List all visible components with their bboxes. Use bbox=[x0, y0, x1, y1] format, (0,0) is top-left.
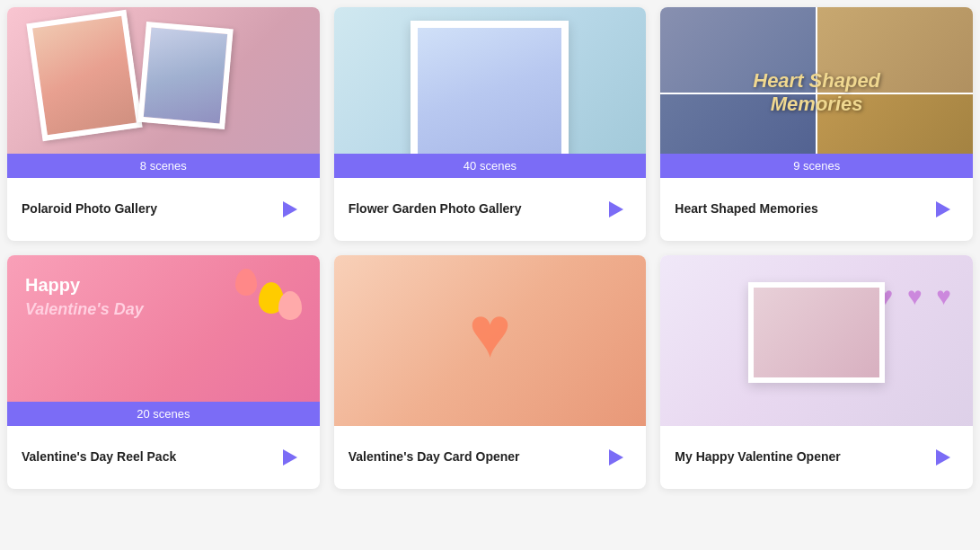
play-icon-flower-garden bbox=[609, 201, 623, 217]
card-title-flower-garden: Flower Garden Photo Gallery bbox=[349, 200, 602, 218]
play-button-polaroid[interactable] bbox=[275, 194, 305, 225]
card-title-happy-val: My Happy Valentine Opener bbox=[675, 448, 928, 466]
scenes-badge-valentine-reel: 20 scenes bbox=[7, 402, 320, 426]
card-heart-shaped: Heart Shaped Memories 9 scenes Heart Sha… bbox=[660, 7, 973, 241]
card-thumb-flower-garden: 40 scenes bbox=[334, 7, 647, 178]
play-button-flower-garden[interactable] bbox=[601, 194, 631, 225]
card-title-heart-shaped: Heart Shaped Memories bbox=[675, 200, 928, 218]
card-info-polaroid: Polaroid Photo Gallery bbox=[7, 178, 320, 241]
valentine-line2: Valentine's Day bbox=[25, 300, 144, 318]
balloon-red bbox=[235, 269, 257, 296]
card-info-card-opener: Valentine's Day Card Opener bbox=[334, 426, 647, 489]
card-thumb-heart-shaped: Heart Shaped Memories 9 scenes bbox=[660, 7, 973, 178]
play-button-valentine-reel[interactable] bbox=[275, 442, 305, 473]
play-icon-valentine-reel bbox=[283, 449, 297, 466]
balloon-pink bbox=[278, 291, 302, 320]
card-thumb-valentine-reel: Happy Valentine's Day 20 scenes bbox=[7, 255, 320, 426]
scenes-badge-polaroid: 8 scenes bbox=[7, 154, 320, 178]
card-title-polaroid: Polaroid Photo Gallery bbox=[22, 200, 275, 218]
play-icon-card-opener bbox=[609, 449, 623, 466]
gallery-grid: 8 scenes Polaroid Photo Gallery 40 scene… bbox=[7, 7, 973, 489]
card-happy-val: My Happy Valentine Opener bbox=[660, 255, 973, 489]
play-button-happy-val[interactable] bbox=[928, 442, 958, 473]
heart-cell-1 bbox=[660, 7, 816, 93]
scenes-badge-heart-shaped: 9 scenes bbox=[660, 154, 973, 178]
play-button-card-opener[interactable] bbox=[601, 442, 631, 473]
card-title-valentine-reel: Valentine's Day Reel Pack bbox=[22, 448, 275, 466]
card-card-opener: Valentine's Day Card Opener bbox=[334, 255, 647, 489]
valentine-text: Happy Valentine's Day bbox=[25, 273, 144, 320]
card-flower-garden: 40 scenes Flower Garden Photo Gallery bbox=[334, 7, 647, 241]
card-info-heart-shaped: Heart Shaped Memories bbox=[660, 178, 973, 241]
heart-cell-2 bbox=[817, 7, 973, 93]
valentine-line1: Happy bbox=[25, 273, 144, 297]
card-info-valentine-reel: Valentine's Day Reel Pack bbox=[7, 426, 320, 489]
play-button-heart-shaped[interactable] bbox=[928, 194, 958, 225]
heart-grid: Heart Shaped Memories bbox=[660, 7, 973, 178]
play-icon-happy-val bbox=[936, 449, 950, 466]
card-thumb-polaroid: 8 scenes bbox=[7, 7, 320, 178]
card-info-happy-val: My Happy Valentine Opener bbox=[660, 426, 973, 489]
scenes-badge-flower-garden: 40 scenes bbox=[334, 154, 647, 178]
play-icon-heart-shaped bbox=[936, 201, 950, 217]
card-polaroid: 8 scenes Polaroid Photo Gallery bbox=[7, 7, 320, 241]
card-valentine-reel: Happy Valentine's Day 20 scenes Valentin… bbox=[7, 255, 320, 489]
card-title-card-opener: Valentine's Day Card Opener bbox=[349, 448, 602, 466]
card-thumb-card-opener bbox=[334, 255, 647, 426]
play-icon-polaroid bbox=[283, 201, 297, 217]
card-thumb-happy-val bbox=[660, 255, 973, 426]
card-info-flower-garden: Flower Garden Photo Gallery bbox=[334, 178, 647, 241]
